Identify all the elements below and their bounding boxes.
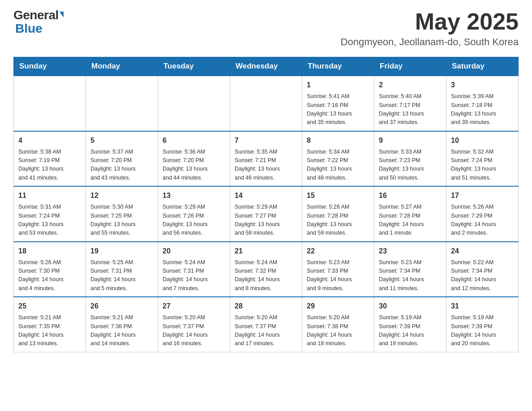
calendar-day-cell: 21Sunrise: 5:24 AM Sunset: 7:32 PM Dayli… [230, 242, 302, 297]
day-number: 30 [379, 301, 442, 312]
day-info: Sunrise: 5:41 AM Sunset: 7:16 PM Dayligh… [307, 92, 369, 127]
calendar-day-cell: 7Sunrise: 5:35 AM Sunset: 7:21 PM Daylig… [230, 131, 302, 187]
day-number: 6 [163, 135, 225, 146]
calendar-week-row: 11Sunrise: 5:31 AM Sunset: 7:24 PM Dayli… [14, 186, 519, 242]
day-info: Sunrise: 5:30 AM Sunset: 7:25 PM Dayligh… [90, 203, 153, 238]
day-number: 11 [18, 190, 81, 201]
logo-arrow-icon [60, 12, 64, 17]
day-info: Sunrise: 5:26 AM Sunset: 7:29 PM Dayligh… [451, 203, 514, 238]
page-title: May 2025 [341, 9, 519, 34]
day-info: Sunrise: 5:20 AM Sunset: 7:38 PM Dayligh… [307, 313, 369, 348]
calendar-day-cell: 8Sunrise: 5:34 AM Sunset: 7:22 PM Daylig… [302, 131, 374, 187]
day-info: Sunrise: 5:19 AM Sunset: 7:39 PM Dayligh… [379, 313, 442, 348]
calendar-day-cell: 5Sunrise: 5:37 AM Sunset: 7:20 PM Daylig… [86, 131, 158, 187]
calendar-day-cell: 31Sunrise: 5:19 AM Sunset: 7:39 PM Dayli… [446, 297, 519, 352]
calendar-day-cell: 12Sunrise: 5:30 AM Sunset: 7:25 PM Dayli… [86, 186, 158, 242]
day-number: 18 [18, 246, 81, 257]
day-number: 28 [235, 301, 297, 312]
day-info: Sunrise: 5:35 AM Sunset: 7:21 PM Dayligh… [235, 148, 297, 183]
calendar-day-cell [158, 76, 230, 131]
calendar-day-cell: 18Sunrise: 5:26 AM Sunset: 7:30 PM Dayli… [14, 242, 86, 297]
day-number: 16 [379, 190, 442, 201]
calendar-week-row: 18Sunrise: 5:26 AM Sunset: 7:30 PM Dayli… [14, 242, 519, 297]
day-number: 17 [451, 190, 514, 201]
calendar-day-cell: 2Sunrise: 5:40 AM Sunset: 7:17 PM Daylig… [374, 76, 446, 131]
logo-general-text: General [13, 9, 59, 21]
day-number: 14 [235, 190, 297, 201]
day-info: Sunrise: 5:28 AM Sunset: 7:28 PM Dayligh… [307, 203, 369, 238]
day-number: 26 [90, 301, 153, 312]
day-number: 21 [235, 246, 297, 257]
calendar-day-cell: 15Sunrise: 5:28 AM Sunset: 7:28 PM Dayli… [302, 186, 374, 242]
day-number: 1 [307, 80, 369, 90]
day-number: 13 [163, 190, 225, 201]
calendar-day-cell: 19Sunrise: 5:25 AM Sunset: 7:31 PM Dayli… [86, 242, 158, 297]
day-number: 4 [18, 135, 81, 146]
calendar-day-cell: 11Sunrise: 5:31 AM Sunset: 7:24 PM Dayli… [14, 186, 86, 242]
calendar-day-cell: 4Sunrise: 5:38 AM Sunset: 7:19 PM Daylig… [14, 131, 86, 187]
day-number: 31 [451, 301, 514, 312]
header-tuesday: Tuesday [158, 57, 230, 76]
calendar-day-cell: 10Sunrise: 5:32 AM Sunset: 7:24 PM Dayli… [446, 131, 519, 187]
day-number: 7 [235, 135, 297, 146]
day-info: Sunrise: 5:23 AM Sunset: 7:33 PM Dayligh… [307, 258, 369, 293]
calendar-day-cell: 30Sunrise: 5:19 AM Sunset: 7:39 PM Dayli… [374, 297, 446, 352]
logo: General Blue [13, 9, 64, 35]
day-info: Sunrise: 5:29 AM Sunset: 7:27 PM Dayligh… [235, 203, 297, 238]
calendar-day-cell: 1Sunrise: 5:41 AM Sunset: 7:16 PM Daylig… [302, 76, 374, 131]
calendar-day-cell [86, 76, 158, 131]
calendar-day-cell: 29Sunrise: 5:20 AM Sunset: 7:38 PM Dayli… [302, 297, 374, 352]
day-number: 2 [379, 80, 442, 90]
header-sunday: Sunday [14, 57, 86, 76]
day-info: Sunrise: 5:39 AM Sunset: 7:18 PM Dayligh… [451, 92, 514, 127]
day-number: 27 [163, 301, 225, 312]
calendar-day-cell: 16Sunrise: 5:27 AM Sunset: 7:28 PM Dayli… [374, 186, 446, 242]
day-info: Sunrise: 5:32 AM Sunset: 7:24 PM Dayligh… [451, 148, 514, 183]
day-info: Sunrise: 5:31 AM Sunset: 7:24 PM Dayligh… [18, 203, 81, 238]
calendar-day-cell [230, 76, 302, 131]
day-number: 22 [307, 246, 369, 257]
day-info: Sunrise: 5:29 AM Sunset: 7:26 PM Dayligh… [163, 203, 225, 238]
calendar-day-cell: 9Sunrise: 5:33 AM Sunset: 7:23 PM Daylig… [374, 131, 446, 187]
header-thursday: Thursday [302, 57, 374, 76]
calendar-day-cell: 17Sunrise: 5:26 AM Sunset: 7:29 PM Dayli… [446, 186, 519, 242]
day-info: Sunrise: 5:24 AM Sunset: 7:32 PM Dayligh… [235, 258, 297, 293]
day-info: Sunrise: 5:33 AM Sunset: 7:23 PM Dayligh… [379, 148, 442, 183]
day-number: 25 [18, 301, 81, 312]
day-info: Sunrise: 5:21 AM Sunset: 7:35 PM Dayligh… [18, 313, 81, 348]
day-info: Sunrise: 5:27 AM Sunset: 7:28 PM Dayligh… [379, 203, 442, 238]
calendar-day-cell: 20Sunrise: 5:24 AM Sunset: 7:31 PM Dayli… [158, 242, 230, 297]
calendar-day-cell: 25Sunrise: 5:21 AM Sunset: 7:35 PM Dayli… [14, 297, 86, 352]
day-info: Sunrise: 5:20 AM Sunset: 7:37 PM Dayligh… [163, 313, 225, 348]
page-header: General Blue May 2025 Dongmyeon, Jeollan… [13, 9, 519, 48]
day-info: Sunrise: 5:22 AM Sunset: 7:34 PM Dayligh… [451, 258, 514, 293]
day-info: Sunrise: 5:25 AM Sunset: 7:31 PM Dayligh… [90, 258, 153, 293]
title-block: May 2025 Dongmyeon, Jeollanam-do, South … [341, 9, 519, 48]
page-subtitle: Dongmyeon, Jeollanam-do, South Korea [341, 36, 519, 48]
calendar-day-cell: 23Sunrise: 5:23 AM Sunset: 7:34 PM Dayli… [374, 242, 446, 297]
day-number: 24 [451, 246, 514, 257]
day-number: 20 [163, 246, 225, 257]
day-info: Sunrise: 5:37 AM Sunset: 7:20 PM Dayligh… [90, 148, 153, 183]
day-number: 19 [90, 246, 153, 257]
header-monday: Monday [86, 57, 158, 76]
day-number: 23 [379, 246, 442, 257]
calendar-table: Sunday Monday Tuesday Wednesday Thursday… [13, 57, 519, 352]
day-info: Sunrise: 5:23 AM Sunset: 7:34 PM Dayligh… [379, 258, 442, 293]
day-info: Sunrise: 5:24 AM Sunset: 7:31 PM Dayligh… [163, 258, 225, 293]
calendar-week-row: 25Sunrise: 5:21 AM Sunset: 7:35 PM Dayli… [14, 297, 519, 352]
day-number: 12 [90, 190, 153, 201]
day-number: 5 [90, 135, 153, 146]
calendar-day-cell: 6Sunrise: 5:36 AM Sunset: 7:20 PM Daylig… [158, 131, 230, 187]
calendar-day-cell [14, 76, 86, 131]
header-saturday: Saturday [446, 57, 519, 76]
day-info: Sunrise: 5:34 AM Sunset: 7:22 PM Dayligh… [307, 148, 369, 183]
day-number: 8 [307, 135, 369, 146]
calendar-header-row: Sunday Monday Tuesday Wednesday Thursday… [14, 57, 519, 76]
day-info: Sunrise: 5:40 AM Sunset: 7:17 PM Dayligh… [379, 92, 442, 127]
calendar-day-cell: 24Sunrise: 5:22 AM Sunset: 7:34 PM Dayli… [446, 242, 519, 297]
header-wednesday: Wednesday [230, 57, 302, 76]
calendar-day-cell: 14Sunrise: 5:29 AM Sunset: 7:27 PM Dayli… [230, 186, 302, 242]
calendar-day-cell: 3Sunrise: 5:39 AM Sunset: 7:18 PM Daylig… [446, 76, 519, 131]
calendar-week-row: 4Sunrise: 5:38 AM Sunset: 7:19 PM Daylig… [14, 131, 519, 187]
